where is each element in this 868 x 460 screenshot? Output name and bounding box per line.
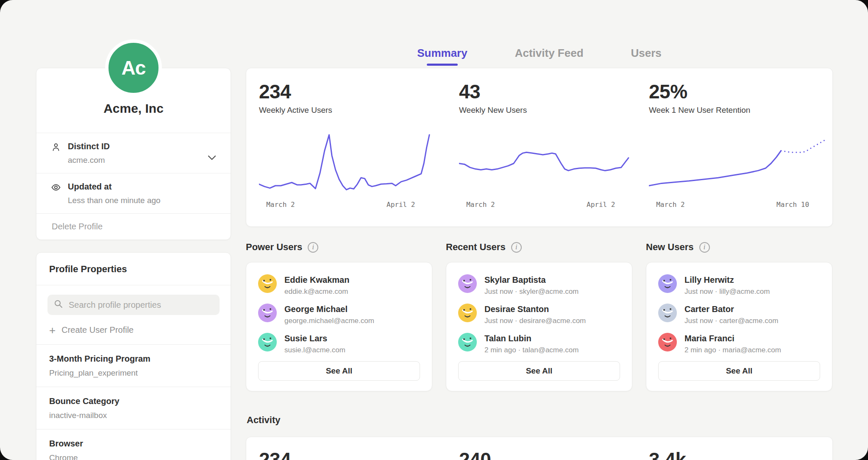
eye-icon — [51, 182, 61, 192]
weekly-new-users-chart — [459, 128, 641, 192]
field-value: Less than one minute ago — [68, 195, 215, 206]
user-row[interactable]: Lilly Herwitz Just now · lilly@acme.com — [658, 274, 820, 296]
user-subtext: Just now · skyler@acme.com — [484, 287, 579, 296]
section-new-users: New Users i Lilly Herwitz Just now · lil… — [646, 242, 832, 391]
property-value: Pricing_plan_experiment — [49, 368, 218, 379]
user-row[interactable]: Susie Lars susie.l@acme.com — [258, 333, 420, 355]
user-subtext: Just now · lilly@acme.com — [684, 287, 770, 296]
user-row[interactable]: Carter Bator Just now · carter@acme.com — [658, 304, 820, 326]
property-item[interactable]: 3-Month Pricing Program Pricing_plan_exp… — [36, 344, 231, 387]
user-subtext: Just now · carter@acme.com — [684, 316, 778, 326]
user-subtext: george.michael@acme.com — [284, 316, 374, 326]
search-wrap — [36, 285, 231, 316]
activity-card: 234 240 3.4k — [246, 437, 833, 460]
user-name: Desirae Stanton — [484, 304, 586, 315]
tab-activity-feed[interactable]: Activity Feed — [515, 47, 584, 66]
info-icon[interactable]: i — [699, 242, 710, 253]
summary-card: 234 Weekly Active Users March 2 April 2 … — [246, 68, 833, 227]
delete-profile-button[interactable]: Delete Profile — [36, 213, 231, 240]
user-list-card: Eddie Kwakman eddie.k@acme.com George Mi… — [246, 262, 432, 391]
tab-bar: Summary Activity Feed Users — [246, 47, 833, 66]
x-tick: March 10 — [776, 201, 809, 209]
user-name: Susie Lars — [284, 333, 345, 344]
user-row[interactable]: Eddie Kwakman eddie.k@acme.com — [258, 274, 420, 296]
x-tick: April 2 — [387, 201, 415, 209]
field-label: Updated at — [68, 181, 215, 192]
org-avatar-initials: Ac — [122, 56, 146, 79]
activity-title: Activity — [247, 415, 280, 426]
stat-value: 43 — [459, 81, 641, 102]
weekly-active-users-chart — [259, 128, 441, 192]
x-tick: April 2 — [587, 201, 615, 209]
updated-at-row: Updated at Less than one minute ago — [36, 173, 231, 213]
stat-value: 234 — [259, 81, 441, 102]
user-subtext: susie.l@acme.com — [284, 346, 345, 355]
search-box[interactable] — [47, 295, 220, 315]
property-label: Browser — [49, 438, 218, 449]
section-recent-users: Recent Users i Skylar Baptista Just now … — [446, 242, 632, 391]
user-row[interactable]: Maria Franci 2 min ago · maria@acme.com — [658, 333, 820, 355]
profile-card: Ac Acme, Inc Distinct ID acme.com — [36, 68, 231, 240]
search-input[interactable] — [68, 300, 214, 310]
distinct-id-row[interactable]: Distinct ID acme.com — [36, 133, 231, 173]
org-avatar: Ac — [105, 39, 162, 96]
info-icon[interactable]: i — [308, 242, 318, 253]
x-tick: March 2 — [266, 201, 295, 209]
user-avatar — [658, 333, 677, 351]
person-icon — [51, 142, 61, 152]
profile-properties-title: Profile Properties — [36, 253, 231, 285]
user-avatar — [258, 274, 277, 293]
see-all-button[interactable]: See All — [458, 361, 620, 381]
property-item[interactable]: Bounce Category inactive-mailbox — [36, 387, 231, 429]
user-list-card: Skylar Baptista Just now · skyler@acme.c… — [446, 262, 632, 391]
user-name: Maria Franci — [684, 333, 781, 344]
user-row[interactable]: Skylar Baptista Just now · skyler@acme.c… — [458, 274, 620, 296]
tab-summary[interactable]: Summary — [417, 47, 467, 66]
user-name: Lilly Herwitz — [684, 274, 770, 285]
app-frame: Ac Acme, Inc Distinct ID acme.com — [0, 0, 868, 460]
section-title: Power Users — [246, 242, 302, 253]
user-subtext: eddie.k@acme.com — [284, 287, 349, 296]
see-all-button[interactable]: See All — [658, 361, 820, 381]
info-icon[interactable]: i — [511, 242, 522, 253]
section-power-users: Power Users i Eddie Kwakman eddie.k@acme… — [246, 242, 432, 391]
stat-label: Weekly Active Users — [259, 106, 441, 115]
activity-stat-value: 234 — [259, 449, 291, 460]
user-subtext: 2 min ago · maria@acme.com — [684, 346, 781, 355]
see-all-button[interactable]: See All — [258, 361, 420, 381]
user-name: George Michael — [284, 304, 374, 315]
property-value: inactive-mailbox — [49, 410, 218, 421]
tab-users[interactable]: Users — [631, 47, 662, 66]
user-name: Carter Bator — [684, 304, 778, 315]
property-item[interactable]: Browser Chrome — [36, 429, 231, 460]
property-value: Chrome — [49, 452, 218, 460]
stat-week1-retention: 25% Week 1 New User Retention March 2 Ma… — [649, 81, 831, 212]
section-title: Recent Users — [446, 242, 506, 253]
stat-value: 25% — [649, 81, 831, 102]
section-title: New Users — [646, 242, 694, 253]
user-row[interactable]: George Michael george.michael@acme.com — [258, 304, 420, 326]
user-row[interactable]: Talan Lubin 2 min ago · talan@acme.com — [458, 333, 620, 355]
search-icon — [53, 299, 64, 311]
user-name: Talan Lubin — [484, 333, 579, 344]
plus-icon: + — [49, 326, 56, 335]
user-avatar — [458, 304, 477, 322]
user-row[interactable]: Desirae Stanton Just now · desirare@acme… — [458, 304, 620, 326]
user-name: Skylar Baptista — [484, 274, 579, 285]
create-user-profile-button[interactable]: + Create User Profile — [36, 316, 231, 344]
user-avatar — [258, 333, 277, 351]
user-name: Eddie Kwakman — [284, 274, 349, 285]
user-avatar — [658, 274, 677, 293]
property-label: Bounce Category — [49, 395, 218, 407]
user-avatar — [458, 333, 477, 351]
profile-properties-card: Profile Properties + Create User Profile… — [36, 252, 231, 460]
chevron-down-icon[interactable] — [208, 154, 216, 159]
user-avatar — [258, 304, 277, 322]
stat-weekly-new-users: 43 Weekly New Users March 2 April 2 — [459, 81, 641, 212]
user-subtext: Just now · desirare@acme.com — [484, 316, 586, 326]
user-avatar — [458, 274, 477, 293]
property-label: 3-Month Pricing Program — [49, 353, 218, 365]
user-avatar — [658, 304, 677, 322]
stat-label: Weekly New Users — [459, 106, 641, 115]
x-tick: March 2 — [466, 201, 495, 209]
